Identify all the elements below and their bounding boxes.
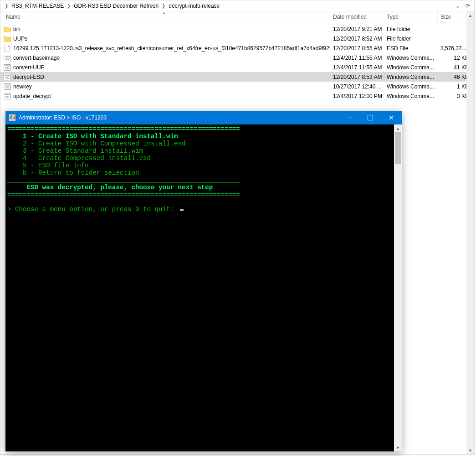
file-date: 12/4/2017 11:55 AM [330,55,384,61]
script-icon [3,63,11,72]
file-name: 16299.125.171213-1220.rs3_release_svc_re… [13,45,330,52]
file-date: 12/20/2017 9:21 AM [330,26,384,32]
scroll-down-icon[interactable]: ▼ [394,444,402,451]
scrollbar-thumb[interactable] [395,132,401,164]
console-menu-option: 5 - ESD file info [7,162,89,169]
console-window: C:\ Administrator: ESD > ISO - v171203 ✕… [5,111,402,451]
console-menu-option: 4 - Create Compressed install.esd [7,155,151,162]
column-header-name[interactable]: Name [3,11,330,22]
file-name-cell[interactable]: convert-baseimage [3,54,330,62]
column-header-size[interactable]: Size [438,11,471,22]
file-row[interactable]: 16299.125.171213-1220.rs3_release_svc_re… [0,43,474,53]
console-output[interactable]: ========================================… [5,124,394,451]
file-size: 12 KB [438,55,471,61]
scroll-up-icon[interactable]: ▲ [466,11,474,19]
console-menu-option: b - Return to folder selection [7,169,139,176]
file-size: 46 KB [438,74,471,80]
console-cursor [180,209,184,211]
breadcrumb-item-0[interactable]: RS3_RTM-RELEASE [10,0,66,11]
file-name-cell[interactable]: 16299.125.171213-1220.rs3_release_svc_re… [3,44,330,52]
file-date: 12/20/2017 8:55 AM [330,45,384,52]
close-button[interactable]: ✕ [381,111,402,124]
console-menu-option: 3 - Create Standard install.wim [7,147,143,155]
address-bar: ❯ RS3_RTM-RELEASE ❯ GDR-RS3 ESD December… [0,0,474,11]
chevron-right-icon[interactable]: ❯ [3,3,10,8]
file-row[interactable]: bin12/20/2017 9:21 AMFile folder [0,24,474,34]
file-date: 12/4/2017 12:00 PM [330,93,384,99]
file-type: Windows Comma... [384,55,438,61]
file-name: UUPs [13,36,27,42]
file-type: Windows Comma... [384,83,438,90]
file-type: ESD File [384,45,438,52]
file-size: 1 KB [438,83,471,90]
svg-rect-16 [4,93,11,99]
console-titlebar[interactable]: C:\ Administrator: ESD > ISO - v171203 ✕ [5,111,402,124]
scroll-up-icon[interactable]: ▲ [394,124,402,132]
column-headers: ▲ Name Date modified Type Size [0,11,474,22]
file-type: File folder [384,36,438,42]
file-icon [3,44,11,52]
file-row[interactable]: newkey10/27/2017 12:40 ...Windows Comma.… [0,82,474,91]
console-divider: ========================================… [7,191,240,198]
sort-ascending-icon: ▲ [162,11,166,15]
file-name: newkey [13,83,32,90]
file-row[interactable]: decrypt-ESD12/20/2017 8:53 AMWindows Com… [0,72,474,82]
console-divider: ========================================… [7,125,240,133]
file-name-cell[interactable]: update_decrypt [3,92,330,100]
address-dropdown-icon[interactable]: ⌄ [453,1,462,10]
console-underline: ________________________________________… [7,176,240,184]
console-status: ESD was decrypted, please, choose your n… [7,184,213,191]
file-name: convert-UUP [13,64,45,71]
file-size: 41 KB [438,64,471,71]
console-menu-option: 1 - Create ISO with Standard install.wim [7,133,178,140]
file-name: bin [13,26,20,32]
console-prompt: > Choose a menu option, or press 0 to qu… [7,206,178,213]
file-size: 3 KB [438,93,471,99]
cmd-app-icon: C:\ [9,114,16,121]
file-row[interactable]: convert-baseimage12/4/2017 11:55 AMWindo… [0,53,474,62]
column-header-date[interactable]: Date modified [330,11,384,22]
file-name-cell[interactable]: decrypt-ESD [3,73,330,81]
svg-rect-17 [5,94,10,95]
file-row[interactable]: UUPs12/20/2017 8:52 AMFile folder [0,34,474,43]
maximize-button[interactable] [360,111,381,124]
file-row[interactable]: convert-UUP12/4/2017 11:55 AMWindows Com… [0,62,474,72]
file-list: bin12/20/2017 9:21 AMFile folderUUPs12/2… [0,22,474,101]
file-name: decrypt-ESD [13,74,44,80]
file-row[interactable]: update_decrypt12/4/2017 12:00 PMWindows … [0,91,474,101]
file-type: Windows Comma... [384,93,438,99]
svg-rect-13 [5,84,10,85]
breadcrumb-item-2[interactable]: decrypt-multi-release [167,0,221,11]
console-menu-option: 2 - Create ISO with Compressed install.e… [7,140,186,147]
console-vertical-scrollbar[interactable]: ▲ ▼ [394,124,402,451]
breadcrumb-item-1[interactable]: GDR-RS3 ESD December Refresh [72,0,160,11]
svg-rect-1 [5,56,10,57]
svg-rect-9 [5,75,10,76]
file-date: 10/27/2017 12:40 ... [330,83,384,90]
file-name-cell[interactable]: convert-UUP [3,63,330,72]
script-icon [3,92,11,100]
svg-rect-0 [4,55,11,61]
svg-rect-4 [4,64,11,70]
file-name-cell[interactable]: bin [3,25,330,33]
explorer-vertical-scrollbar[interactable]: ▲ ▼ [466,11,474,454]
script-icon [3,73,11,81]
svg-rect-8 [4,74,11,80]
file-explorer-window: ❯ RS3_RTM-RELEASE ❯ GDR-RS3 ESD December… [0,0,475,455]
script-icon [3,54,11,62]
file-name-cell[interactable]: UUPs [3,35,330,43]
window-controls: ✕ [339,111,402,124]
file-date: 12/4/2017 11:55 AM [330,64,384,71]
file-name-cell[interactable]: newkey [3,83,330,91]
chevron-right-icon[interactable]: ❯ [160,3,167,8]
chevron-right-icon[interactable]: ❯ [66,3,72,8]
file-type: File folder [384,26,438,32]
file-type: Windows Comma... [384,64,438,71]
minimize-button[interactable] [339,111,360,124]
svg-rect-5 [5,65,10,66]
refresh-icon[interactable]: ⟳ [463,1,472,10]
column-header-type[interactable]: Type [384,11,438,22]
breadcrumb[interactable]: ❯ RS3_RTM-RELEASE ❯ GDR-RS3 ESD December… [3,0,453,11]
console-title: Administrator: ESD > ISO - v171203 [19,114,339,121]
scroll-down-icon[interactable]: ▼ [466,446,474,454]
